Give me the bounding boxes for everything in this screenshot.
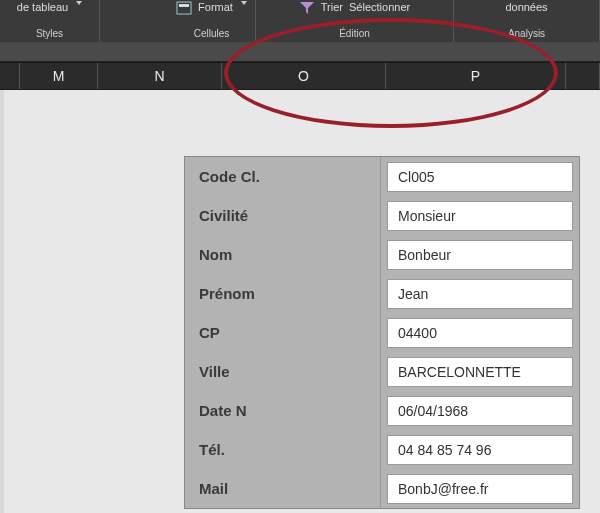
record-row: Code Cl.Cl005 <box>185 157 579 196</box>
record-value-cell: Cl005 <box>381 157 579 196</box>
record-label: CP <box>185 313 381 352</box>
select-all-corner[interactable] <box>0 63 20 89</box>
record-row: VilleBARCELONNETTE <box>185 352 579 391</box>
record-row: CP04400 <box>185 313 579 352</box>
record-row: Date N06/04/1968 <box>185 391 579 430</box>
ribbon-button-text-b: données <box>505 1 547 13</box>
ribbon-group-analysis: donnéesAnalysis <box>454 0 600 42</box>
record-row: MailBonbJ@free.fr <box>185 469 579 508</box>
ribbon-group-édition: TrierSélectionnerÉdition <box>256 0 454 42</box>
svg-rect-0 <box>177 2 191 14</box>
record-label: Ville <box>185 352 381 391</box>
ribbon-group-cellules: FormatCellules <box>168 0 256 42</box>
record-value[interactable]: BARCELONNETTE <box>387 357 573 387</box>
record-value-cell: 04 84 85 74 96 <box>381 430 579 469</box>
ribbon-group-label: Analysis <box>454 28 599 39</box>
record-value-cell: Bonbeur <box>381 235 579 274</box>
column-header-next[interactable] <box>566 63 600 89</box>
ribbon-group-button[interactable]: Format <box>168 0 255 22</box>
column-header-n[interactable]: N <box>98 63 222 89</box>
record-label: Civilité <box>185 196 381 235</box>
ribbon-button-text-a: Trier <box>321 1 343 13</box>
record-value-cell: 04400 <box>381 313 579 352</box>
record-value-cell: Jean <box>381 274 579 313</box>
column-header-o[interactable]: O <box>222 63 386 89</box>
ribbon-group-label: Édition <box>256 28 453 39</box>
record-label: Tél. <box>185 430 381 469</box>
column-header-m[interactable]: M <box>20 63 98 89</box>
chevron-down-icon <box>76 1 82 5</box>
record-row: NomBonbeur <box>185 235 579 274</box>
record-value[interactable]: Cl005 <box>387 162 573 192</box>
record-value[interactable]: Monsieur <box>387 201 573 231</box>
record-label: Code Cl. <box>185 157 381 196</box>
ribbon-button-text-b: Sélectionner <box>349 1 410 13</box>
ribbon-group-label: Styles <box>0 28 99 39</box>
record-value[interactable]: 04 84 85 74 96 <box>387 435 573 465</box>
column-headers: MNOP <box>0 62 600 90</box>
record-label: Prénom <box>185 274 381 313</box>
record-value[interactable]: 04400 <box>387 318 573 348</box>
record-value[interactable]: BonbJ@free.fr <box>387 474 573 504</box>
record-value[interactable]: Jean <box>387 279 573 309</box>
ribbon-group-button[interactable]: de tableau <box>0 0 99 22</box>
ribbon-group-label: Cellules <box>168 28 255 39</box>
record-row: PrénomJean <box>185 274 579 313</box>
record-value[interactable]: 06/04/1968 <box>387 396 573 426</box>
record-row: CivilitéMonsieur <box>185 196 579 235</box>
row-header-strip <box>0 90 4 513</box>
column-header-p[interactable]: P <box>386 63 566 89</box>
record-value-cell: 06/04/1968 <box>381 391 579 430</box>
ribbon-button-text-b: de tableau <box>17 1 68 13</box>
ribbon: de tableauStylesFormatCellulesTrierSélec… <box>0 0 600 42</box>
filter-icon <box>299 1 315 15</box>
record-row: Tél.04 84 85 74 96 <box>185 430 579 469</box>
record-card: Code Cl.Cl005CivilitéMonsieurNomBonbeurP… <box>184 156 580 509</box>
svg-rect-1 <box>179 4 189 7</box>
record-value-cell: BARCELONNETTE <box>381 352 579 391</box>
ribbon-group-button[interactable]: TrierSélectionner <box>256 0 453 22</box>
format-icon <box>176 1 192 15</box>
chevron-down-icon <box>241 1 247 5</box>
record-value[interactable]: Bonbeur <box>387 240 573 270</box>
record-label: Mail <box>185 469 381 508</box>
record-label: Date N <box>185 391 381 430</box>
ribbon-group-styles: de tableauStyles <box>0 0 100 42</box>
ribbon-button-text-b: Format <box>198 1 233 13</box>
formula-bar-stub <box>0 42 600 62</box>
ribbon-group-button[interactable]: données <box>454 0 599 22</box>
record-value-cell: Monsieur <box>381 196 579 235</box>
record-label: Nom <box>185 235 381 274</box>
record-value-cell: BonbJ@free.fr <box>381 469 579 508</box>
